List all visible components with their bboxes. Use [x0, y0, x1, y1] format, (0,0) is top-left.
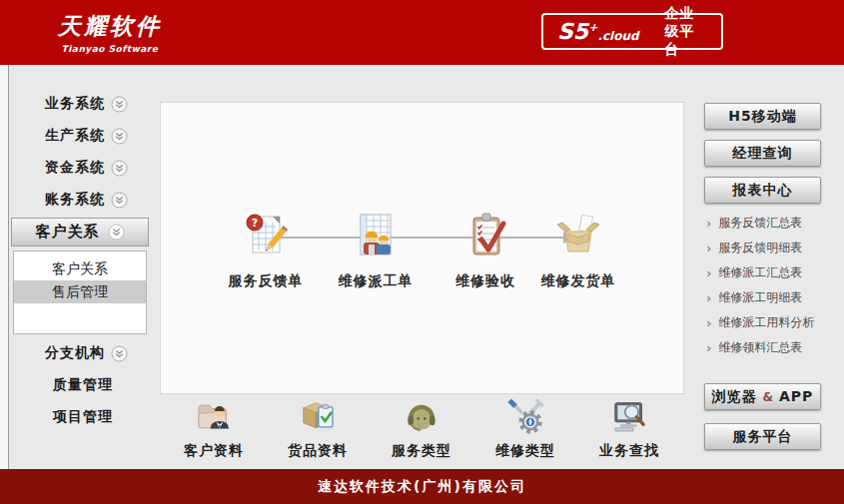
cloud-label: .cloud: [597, 29, 638, 43]
sidebar-item-branch-org[interactable]: 分支机构: [0, 338, 160, 368]
left-sidebar: 业务系统 生产系统 资金系统 账务系统 客户关系: [0, 65, 160, 469]
quick-action-business-search[interactable]: 业务查找: [583, 396, 675, 460]
workflow-step-service-feedback[interactable]: ? 服务反馈单: [220, 211, 312, 290]
report-link-label: 服务反馈汇总表: [718, 215, 802, 232]
browser-app-button[interactable]: 浏览器 & APP: [704, 383, 821, 410]
report-link-label: 维修派工明细表: [718, 289, 802, 306]
report-link-dispatch-detail[interactable]: › 维修派工明细表: [706, 285, 826, 310]
platform-label: 企业级平台: [665, 5, 707, 59]
report-link-label: 维修派工汇总表: [718, 264, 802, 281]
sidebar-item-label: 账务系统: [45, 191, 105, 209]
chevron-down-circle-icon: [111, 128, 128, 145]
report-link-list: › 服务反馈汇总表 › 服务反馈明细表 › 维修派工汇总表 › 维修派工明细表 …: [706, 211, 826, 360]
workflow-step-repair-dispatch[interactable]: 维修派工单: [330, 211, 422, 290]
sidebar-item-business-system[interactable]: 业务系统: [0, 89, 160, 119]
sidebar-item-quality-mgmt[interactable]: 质量管理: [0, 370, 160, 400]
customer-folder-icon: [193, 396, 235, 436]
company-name: 速达软件技术(广州)有限公司: [318, 478, 526, 494]
quick-actions-row: 客户资料 货品资料: [168, 396, 675, 460]
workflow-step-label: 维修派工单: [330, 272, 422, 290]
submenu-item-after-sales[interactable]: 售后管理: [14, 280, 146, 303]
logo-subtitle: Tianyao Software: [58, 44, 162, 54]
workflow-step-label: 维修验收: [439, 272, 531, 290]
sidebar-item-label: 资金系统: [45, 159, 105, 177]
report-link-service-feedback-detail[interactable]: › 服务反馈明细表: [706, 236, 826, 260]
repair-acceptance-clipboard-icon: [461, 211, 509, 258]
quick-action-service-type[interactable]: 服务类型: [376, 396, 467, 460]
workflow-step-label: 服务反馈单: [220, 272, 312, 290]
logo-title: 天耀软件: [58, 11, 162, 42]
quick-action-label: 客户资料: [168, 442, 260, 460]
sidebar-group-label: 客户关系: [36, 223, 100, 242]
workflow-step-label: 维修发货单: [532, 272, 624, 290]
app-header: 天耀软件 Tianyao Software S5+ .cloud 企业级平台: [0, 0, 844, 65]
repair-delivery-box-icon: [554, 211, 602, 258]
report-link-label: 服务反馈明细表: [718, 240, 802, 256]
service-headset-icon: [401, 396, 442, 436]
sidebar-item-label: 分支机构: [45, 344, 105, 362]
app-window: 天耀软件 Tianyao Software S5+ .cloud 企业级平台 业…: [0, 0, 844, 504]
sidebar-item-accounting-system[interactable]: 账务系统: [0, 185, 160, 215]
submenu-item-customer-relations[interactable]: 客户关系: [14, 257, 146, 280]
quick-action-repair-type[interactable]: 维修类型: [479, 396, 571, 460]
quick-action-goods-data[interactable]: 货品资料: [272, 396, 364, 460]
workflow-panel: ? 服务反馈单: [160, 102, 684, 394]
sidebar-item-project-mgmt[interactable]: 项目管理: [0, 402, 160, 432]
chevron-right-icon: ›: [706, 291, 711, 304]
report-link-service-feedback-summary[interactable]: › 服务反馈汇总表: [706, 211, 826, 236]
business-search-icon: [608, 396, 650, 436]
s5-cloud-badge: S5+ .cloud 企业级平台: [541, 13, 723, 50]
sidebar-item-capital-system[interactable]: 资金系统: [0, 153, 160, 183]
quick-action-customer-data[interactable]: 客户资料: [168, 396, 260, 460]
report-link-material-requisition-summary[interactable]: › 维修领料汇总表: [706, 335, 826, 360]
workflow-step-repair-acceptance[interactable]: 维修验收: [439, 211, 531, 290]
sidebar-group-customer-relations[interactable]: 客户关系: [11, 218, 149, 247]
workflow-step-repair-delivery[interactable]: 维修发货单: [532, 211, 624, 290]
service-feedback-form-icon: ?: [242, 211, 290, 258]
right-panel: H5移动端 经理查询 报表中心 › 服务反馈汇总表 › 服务反馈明细表 › 维修…: [704, 65, 826, 469]
report-center-button[interactable]: 报表中心: [704, 177, 821, 204]
chevron-down-circle-icon: [111, 160, 128, 177]
chevron-down-circle-icon: [111, 192, 128, 209]
chevron-down-circle-icon: [111, 96, 128, 113]
sidebar-item-label: 业务系统: [45, 95, 105, 113]
customer-relations-submenu: 客户关系 售后管理: [13, 251, 147, 334]
s5-label: S5+: [557, 21, 597, 43]
sidebar-item-label: 质量管理: [53, 376, 113, 394]
chevron-right-icon: ›: [706, 316, 711, 329]
app-label: APP: [779, 388, 813, 404]
repair-dispatch-form-icon: [352, 211, 400, 258]
chevron-down-circle-icon: [108, 224, 125, 241]
sidebar-item-production-system[interactable]: 生产系统: [0, 121, 160, 151]
quick-action-label: 维修类型: [479, 442, 571, 460]
quick-action-label: 服务类型: [376, 442, 467, 460]
chevron-right-icon: ›: [706, 341, 711, 354]
footer-bar: 速达软件技术(广州)有限公司: [0, 469, 844, 504]
chevron-right-icon: ›: [706, 217, 711, 230]
manager-query-button[interactable]: 经理查询: [704, 140, 821, 167]
sidebar-item-label: 生产系统: [45, 127, 105, 145]
h5-mobile-button[interactable]: H5移动端: [704, 103, 821, 130]
app-logo: 天耀软件 Tianyao Software: [58, 11, 162, 54]
repair-tools-icon: [504, 396, 546, 436]
report-link-dispatch-summary[interactable]: › 维修派工汇总表: [706, 260, 826, 285]
chevron-right-icon: ›: [706, 266, 711, 279]
report-link-dispatch-material-analysis[interactable]: › 维修派工用料分析: [706, 310, 826, 335]
chevron-down-circle-icon: [111, 345, 128, 362]
service-platform-button[interactable]: 服务平台: [704, 423, 821, 450]
ampersand: &: [763, 390, 773, 404]
goods-box-icon: [297, 396, 339, 436]
chevron-right-icon: ›: [706, 242, 711, 254]
sidebar-item-label: 项目管理: [53, 408, 113, 426]
report-link-label: 维修领料汇总表: [718, 339, 802, 356]
quick-action-label: 业务查找: [583, 442, 675, 460]
report-link-label: 维修派工用料分析: [718, 314, 814, 331]
quick-action-label: 货品资料: [272, 442, 364, 460]
browser-label: 浏览器: [712, 388, 757, 404]
svg-text:?: ?: [252, 217, 258, 230]
